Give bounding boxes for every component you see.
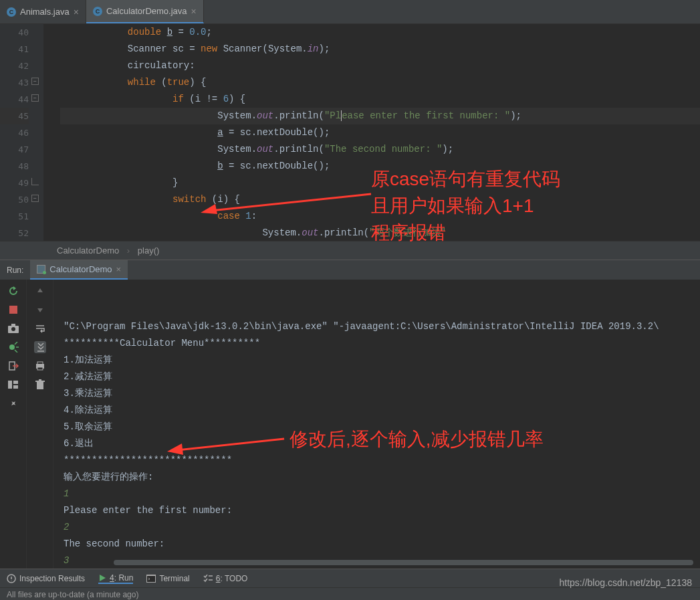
- run-toolbar-left: [0, 280, 27, 569]
- play-icon: [98, 574, 106, 582]
- run-label: Run:: [0, 266, 30, 275]
- tab-label: CalculatorDemo.java: [106, 6, 187, 16]
- trash-icon[interactable]: [34, 379, 46, 391]
- run-tab[interactable]: CalculatorDemo ×: [30, 260, 128, 280]
- chevron-right-icon: ›: [127, 245, 130, 256]
- breadcrumb-method[interactable]: play(): [138, 245, 160, 256]
- tab-label: Animals.java: [20, 7, 70, 17]
- run-panel-body: "C:\Program Files\Java\jdk-13.0.2\bin\ja…: [0, 280, 700, 569]
- breadcrumb: CalculatorDemo › play(): [0, 241, 700, 260]
- exit-icon[interactable]: [7, 360, 19, 372]
- scroll-to-end-icon[interactable]: [34, 341, 46, 353]
- tab-terminal[interactable]: Terminal: [146, 574, 189, 583]
- close-icon[interactable]: ×: [74, 7, 79, 17]
- camera-icon[interactable]: [7, 322, 19, 334]
- inspection-icon: [7, 574, 16, 583]
- svg-rect-13: [35, 381, 45, 382]
- todo-icon: [203, 575, 213, 583]
- stop-icon[interactable]: [7, 304, 19, 316]
- status-text: All files are up-to-date (a minute ago): [7, 590, 138, 599]
- run-toolbar-right: [27, 280, 53, 569]
- down-icon[interactable]: [34, 304, 46, 316]
- java-icon: C: [93, 7, 102, 16]
- pin-icon[interactable]: [7, 397, 19, 409]
- tab-animals[interactable]: C Animals.java ×: [0, 0, 86, 23]
- editor-tabs: C Animals.java × C CalculatorDemo.java ×: [0, 0, 700, 24]
- up-icon[interactable]: [34, 285, 46, 297]
- print-icon[interactable]: [34, 360, 46, 372]
- svg-rect-7: [13, 381, 18, 384]
- run-config-icon: [37, 265, 45, 274]
- tab-inspection-results[interactable]: Inspection Results: [7, 574, 85, 583]
- close-icon[interactable]: ×: [191, 6, 197, 17]
- tab-label: Inspection Results: [19, 574, 85, 583]
- svg-rect-0: [9, 306, 17, 314]
- svg-rect-11: [37, 367, 43, 370]
- tab-calculatordemo[interactable]: C CalculatorDemo.java ×: [86, 0, 204, 23]
- tab-label: 4: Run: [110, 573, 133, 583]
- breadcrumb-class[interactable]: CalculatorDemo: [57, 245, 119, 256]
- code-editor[interactable]: 40414243−44−454647484950−5152 double b =…: [0, 24, 700, 241]
- tab-label: 6: TODO: [216, 574, 248, 583]
- close-icon[interactable]: ×: [116, 264, 122, 274]
- java-icon: C: [7, 7, 16, 17]
- code-area[interactable]: double b = 0.0; Scanner sc = new Scanner…: [43, 24, 700, 241]
- layout-icon[interactable]: [7, 379, 19, 391]
- svg-point-4: [9, 344, 15, 350]
- soft-wrap-icon[interactable]: [34, 322, 46, 334]
- tab-todo[interactable]: 6: TODO: [203, 574, 248, 583]
- svg-rect-8: [13, 385, 18, 389]
- tab-label: Terminal: [159, 574, 189, 583]
- scrollbar-thumb[interactable]: [114, 560, 693, 565]
- run-tab-label: CalculatorDemo: [49, 264, 112, 274]
- status-bar: All files are up-to-date (a minute ago): [0, 587, 700, 600]
- line-gutter: 40414243−44−454647484950−5152: [0, 24, 43, 241]
- svg-rect-12: [37, 382, 43, 389]
- watermark: https://blog.csdn.net/zbp_12138: [560, 577, 692, 588]
- svg-point-3: [11, 327, 15, 331]
- rerun-icon[interactable]: [7, 285, 19, 297]
- svg-rect-6: [8, 381, 12, 389]
- svg-rect-2: [11, 324, 15, 326]
- svg-rect-14: [39, 379, 41, 381]
- terminal-icon: [146, 575, 156, 583]
- svg-rect-17: [147, 576, 155, 582]
- tab-run[interactable]: 4: Run: [98, 573, 133, 584]
- run-panel-header: Run: CalculatorDemo ×: [0, 260, 700, 280]
- attach-debugger-icon[interactable]: [7, 341, 19, 353]
- console-output[interactable]: "C:\Program Files\Java\jdk-13.0.2\bin\ja…: [53, 280, 700, 569]
